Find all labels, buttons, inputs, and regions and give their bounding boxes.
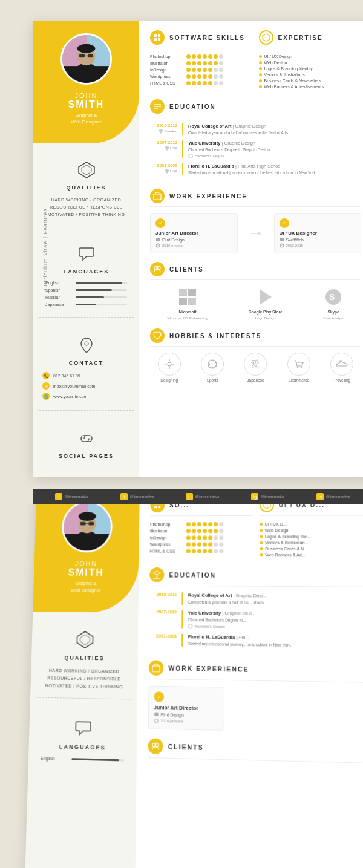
lang-english: English	[45, 281, 127, 285]
skill-html-2: HTML & CSS	[150, 549, 253, 554]
divider-4	[36, 697, 132, 700]
name-block: JOHN SMITH Graphic &Web Designer	[68, 92, 105, 125]
skills-header-2: SO...	[150, 504, 253, 516]
social-googleplus: g+ @jimrocreative	[186, 493, 219, 500]
work-arrow-container	[247, 213, 265, 253]
education-header-2: EDUCATION	[149, 567, 363, 587]
svg-rect-21	[154, 194, 161, 200]
svg-rect-7	[88, 54, 93, 58]
lang-japanese: Japanese	[45, 302, 127, 307]
work-section: WORK EXPERIENCE ✓ Junior Art Director Fl…	[150, 189, 361, 253]
cv-card-1: Curriculum Vitae | Features	[33, 21, 363, 477]
qualities-title: QUALITIES	[66, 184, 106, 191]
clients-section: CLIENTS Microsoft Windo	[150, 262, 361, 320]
education-section-2: EDUCATION 2010-2011 Royal College of Art…	[149, 567, 363, 654]
svg-marker-57	[77, 631, 93, 648]
svg-marker-11	[82, 165, 91, 175]
email-icon: ✉	[42, 382, 50, 390]
hobby-sports: Sports	[201, 353, 224, 382]
link-icon	[75, 427, 98, 450]
language-list: English Spanish Russian Japanese	[33, 281, 139, 310]
svg-point-9	[77, 44, 96, 53]
svg-rect-35	[188, 298, 196, 305]
social-footer-bar: f @jimrocreative t @jimrocreative g+ @ji…	[33, 489, 363, 504]
work-title: WORK EXPERIENCE	[169, 193, 247, 200]
skill-photoshop-2: Photoshop	[150, 522, 253, 526]
hobbies-badge	[150, 328, 165, 343]
edu-item-1: 2010-2011 Sweden Royal College of Art | …	[150, 123, 361, 135]
lang-russian: Russian	[45, 295, 127, 299]
skills-section-2: SO... Photoshop Illustrator	[150, 504, 363, 560]
name-title-2: Graphic &Web Designer	[68, 580, 104, 594]
client-skype: S Skype Data Analyst	[323, 286, 344, 320]
avatar-2	[61, 504, 113, 552]
name-last-2: SMITH	[68, 567, 104, 579]
work-item-1: ✓ Junior Art Director Flint Design 2016-…	[150, 213, 238, 253]
social-twitter: t @jimrocreative	[120, 493, 154, 500]
svg-marker-36	[260, 289, 272, 305]
hobbies-grid: Designing Sports	[150, 353, 361, 382]
svg-point-45	[297, 367, 298, 368]
skills-section: SOFTWARE SKILLS Photoshop Illustrator	[150, 30, 361, 91]
expertise-header: EXPERTISE	[259, 30, 362, 48]
social-bar: f @jimrocreative t @jimrocreative g+ @ji…	[33, 489, 363, 504]
hobby-ecommerce: Ecommerce	[287, 353, 310, 382]
web-icon: 🌐	[42, 393, 50, 400]
work-item-2: ✓ UI / UX Designer SwiftWeb 2012-2015	[274, 213, 362, 253]
name-title: Graphic &Web Designer	[68, 112, 105, 125]
expertise-list: UI / UX Design Web Design Logos & Brandi…	[259, 54, 362, 89]
svg-rect-34	[179, 298, 187, 305]
divider-3	[39, 410, 134, 411]
expertise-badge-2	[259, 504, 274, 512]
work-badge-2	[149, 661, 164, 676]
qualities-text: HARD WORKING / ORGANIZEDRESOURCEFUL / RE…	[39, 197, 134, 218]
education-section: EDUCATION 2010-2011 Sweden Royal College…	[150, 99, 361, 180]
skill-wordpress-2: Wordpress	[150, 542, 253, 546]
chat-icon-2	[71, 716, 94, 741]
svg-rect-32	[179, 289, 187, 296]
expertise-badge	[259, 30, 273, 45]
diamond-icon	[75, 158, 98, 181]
work-check-icon: ✓	[155, 218, 165, 228]
skill-indesign: InDesign	[150, 68, 253, 72]
ecommerce-icon	[287, 353, 310, 376]
svg-rect-22	[156, 238, 160, 241]
svg-point-4	[74, 63, 99, 83]
skill-illustrator-2: Illustrator	[150, 529, 253, 533]
clients-grid: Microsoft Windows OS Rebranding Google P…	[150, 286, 361, 320]
clients-header: CLIENTS	[150, 262, 361, 280]
svg-rect-54	[88, 522, 94, 526]
svg-rect-53	[80, 522, 86, 526]
social-instagram: ig @jimrocreative	[251, 493, 284, 500]
skill-illustrator: Illustrator	[150, 61, 253, 65]
work-badge	[150, 189, 165, 203]
right-column: SOFTWARE SKILLS Photoshop Illustrator	[139, 21, 363, 477]
clients-badge	[150, 262, 165, 276]
skills-badge-2	[150, 504, 165, 512]
clients-badge-2	[148, 739, 163, 755]
svg-rect-61	[154, 506, 157, 508]
work-section-2: WORK EXPERIENCE ✓ Junior Art Director Fl…	[148, 661, 363, 734]
edu-item-3: 2001-2006 USA Fiorello H. LaGuardia | Fi…	[150, 163, 361, 175]
svg-rect-6	[79, 54, 85, 58]
designing-icon	[158, 353, 181, 376]
right-column-2: SO... Photoshop Illustrator	[135, 504, 363, 868]
name-last: SMITH	[68, 99, 105, 110]
hobby-travelling: Travelling	[330, 353, 353, 382]
edu-item-3-2: 2001-2006 Fiorello H. LaGuardia | Fin...…	[149, 634, 363, 650]
clients-title-2: CLIENTS	[168, 743, 204, 751]
phone-icon: 📞	[42, 372, 50, 379]
work-check-icon-2: ✓	[280, 218, 289, 228]
divider-1	[39, 226, 134, 226]
svg-rect-15	[154, 38, 157, 41]
work-header: WORK EXPERIENCE	[150, 189, 361, 207]
japanese-icon: 愛	[244, 353, 267, 376]
social-facebook: f @jimrocreative	[55, 493, 88, 500]
linkedin-icon: in	[316, 493, 324, 500]
diamond-icon-2	[73, 628, 97, 652]
svg-rect-16	[158, 38, 160, 41]
svg-rect-60	[158, 504, 160, 504]
hobbies-section: HOBBIES & INTERESTS	[150, 328, 361, 382]
svg-rect-13	[154, 34, 157, 37]
qualities-text-2: HARD WORKING / ORGANIZEDRESOURCEFUL / RE…	[36, 667, 132, 691]
